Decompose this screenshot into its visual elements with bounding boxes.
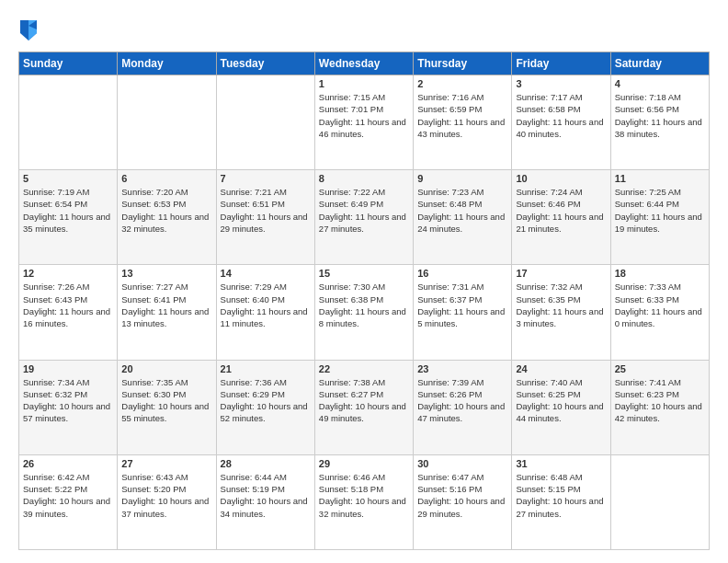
day-number: 30 xyxy=(417,458,507,469)
day-info: Sunrise: 6:46 AMSunset: 5:18 PMDaylight:… xyxy=(319,471,409,520)
calendar-day-22: 22Sunrise: 7:38 AMSunset: 6:27 PMDayligh… xyxy=(314,360,413,454)
day-header-tuesday: Tuesday xyxy=(216,52,314,75)
day-info: Sunrise: 7:20 AMSunset: 6:53 PMDaylight:… xyxy=(121,186,211,235)
day-info: Sunrise: 7:19 AMSunset: 6:54 PMDaylight:… xyxy=(23,186,113,235)
day-number: 19 xyxy=(23,363,113,374)
day-info: Sunrise: 7:35 AMSunset: 6:30 PMDaylight:… xyxy=(121,376,211,425)
day-info: Sunrise: 7:27 AMSunset: 6:41 PMDaylight:… xyxy=(121,281,211,329)
calendar-day-20: 20Sunrise: 7:35 AMSunset: 6:30 PMDayligh… xyxy=(118,360,216,454)
day-number: 4 xyxy=(615,78,705,89)
day-number: 1 xyxy=(319,78,409,89)
day-info: Sunrise: 7:38 AMSunset: 6:27 PMDaylight:… xyxy=(319,376,409,425)
day-info: Sunrise: 7:34 AMSunset: 6:32 PMDaylight:… xyxy=(23,376,113,425)
day-info: Sunrise: 7:16 AMSunset: 6:59 PMDaylight:… xyxy=(417,91,507,140)
header xyxy=(18,17,710,42)
day-info: Sunrise: 7:29 AMSunset: 6:40 PMDaylight:… xyxy=(221,281,311,329)
calendar-day-25: 25Sunrise: 7:41 AMSunset: 6:23 PMDayligh… xyxy=(610,360,709,454)
day-number: 28 xyxy=(221,458,311,469)
day-info: Sunrise: 7:30 AMSunset: 6:38 PMDaylight:… xyxy=(319,281,409,329)
calendar-day-5: 5Sunrise: 7:19 AMSunset: 6:54 PMDaylight… xyxy=(19,170,118,265)
day-info: Sunrise: 6:42 AMSunset: 5:22 PMDaylight:… xyxy=(23,471,113,520)
day-info: Sunrise: 6:48 AMSunset: 5:15 PMDaylight:… xyxy=(516,471,606,520)
calendar-week-5: 26Sunrise: 6:42 AMSunset: 5:22 PMDayligh… xyxy=(19,454,710,549)
logo xyxy=(18,17,40,42)
calendar-day-24: 24Sunrise: 7:40 AMSunset: 6:25 PMDayligh… xyxy=(512,360,610,454)
calendar-day-3: 3Sunrise: 7:17 AMSunset: 6:58 PMDaylight… xyxy=(512,75,610,170)
day-number: 5 xyxy=(23,173,113,184)
calendar-day-27: 27Sunrise: 6:43 AMSunset: 5:20 PMDayligh… xyxy=(118,454,216,549)
day-number: 20 xyxy=(121,363,211,374)
day-number: 3 xyxy=(516,78,606,89)
day-info: Sunrise: 7:32 AMSunset: 6:35 PMDaylight:… xyxy=(516,281,606,329)
calendar-header-row: SundayMondayTuesdayWednesdayThursdayFrid… xyxy=(19,52,710,75)
calendar-week-4: 19Sunrise: 7:34 AMSunset: 6:32 PMDayligh… xyxy=(19,360,710,454)
day-info: Sunrise: 7:22 AMSunset: 6:49 PMDaylight:… xyxy=(319,186,409,235)
calendar-day-31: 31Sunrise: 6:48 AMSunset: 5:15 PMDayligh… xyxy=(512,454,610,549)
calendar-day-30: 30Sunrise: 6:47 AMSunset: 5:16 PMDayligh… xyxy=(414,454,512,549)
day-number: 8 xyxy=(319,173,409,184)
day-number: 14 xyxy=(221,268,311,279)
day-number: 24 xyxy=(516,363,606,374)
day-number: 18 xyxy=(615,268,705,279)
day-info: Sunrise: 6:43 AMSunset: 5:20 PMDaylight:… xyxy=(121,471,211,520)
calendar-day-28: 28Sunrise: 6:44 AMSunset: 5:19 PMDayligh… xyxy=(216,454,314,549)
day-header-wednesday: Wednesday xyxy=(314,52,413,75)
calendar-day-empty xyxy=(118,75,216,170)
calendar-day-19: 19Sunrise: 7:34 AMSunset: 6:32 PMDayligh… xyxy=(19,360,118,454)
day-number: 9 xyxy=(417,173,507,184)
calendar-day-12: 12Sunrise: 7:26 AMSunset: 6:43 PMDayligh… xyxy=(19,265,118,360)
calendar-day-26: 26Sunrise: 6:42 AMSunset: 5:22 PMDayligh… xyxy=(19,454,118,549)
day-info: Sunrise: 7:41 AMSunset: 6:23 PMDaylight:… xyxy=(615,376,705,425)
calendar-day-empty xyxy=(216,75,314,170)
day-info: Sunrise: 7:25 AMSunset: 6:44 PMDaylight:… xyxy=(615,186,705,235)
calendar-day-21: 21Sunrise: 7:36 AMSunset: 6:29 PMDayligh… xyxy=(216,360,314,454)
logo-icon xyxy=(18,17,39,42)
day-number: 13 xyxy=(121,268,211,279)
calendar-day-9: 9Sunrise: 7:23 AMSunset: 6:48 PMDaylight… xyxy=(414,170,512,265)
day-header-friday: Friday xyxy=(512,52,610,75)
day-header-saturday: Saturday xyxy=(610,52,709,75)
calendar-day-4: 4Sunrise: 7:18 AMSunset: 6:56 PMDaylight… xyxy=(610,75,709,170)
day-info: Sunrise: 7:33 AMSunset: 6:33 PMDaylight:… xyxy=(615,281,705,329)
day-info: Sunrise: 6:47 AMSunset: 5:16 PMDaylight:… xyxy=(417,471,507,520)
day-number: 31 xyxy=(516,458,606,469)
day-info: Sunrise: 7:15 AMSunset: 7:01 PMDaylight:… xyxy=(319,91,409,140)
day-number: 17 xyxy=(516,268,606,279)
day-number: 2 xyxy=(417,78,507,89)
day-number: 27 xyxy=(121,458,211,469)
day-number: 11 xyxy=(615,173,705,184)
day-info: Sunrise: 7:23 AMSunset: 6:48 PMDaylight:… xyxy=(417,186,507,235)
calendar-day-7: 7Sunrise: 7:21 AMSunset: 6:51 PMDaylight… xyxy=(216,170,314,265)
calendar-day-14: 14Sunrise: 7:29 AMSunset: 6:40 PMDayligh… xyxy=(216,265,314,360)
day-header-thursday: Thursday xyxy=(414,52,512,75)
day-number: 16 xyxy=(417,268,507,279)
day-number: 12 xyxy=(23,268,113,279)
day-number: 29 xyxy=(319,458,409,469)
calendar-day-17: 17Sunrise: 7:32 AMSunset: 6:35 PMDayligh… xyxy=(512,265,610,360)
day-number: 15 xyxy=(319,268,409,279)
calendar-day-empty xyxy=(19,75,118,170)
calendar-day-16: 16Sunrise: 7:31 AMSunset: 6:37 PMDayligh… xyxy=(414,265,512,360)
calendar-day-23: 23Sunrise: 7:39 AMSunset: 6:26 PMDayligh… xyxy=(414,360,512,454)
day-info: Sunrise: 7:21 AMSunset: 6:51 PMDaylight:… xyxy=(221,186,311,235)
day-header-sunday: Sunday xyxy=(19,52,118,75)
day-info: Sunrise: 7:40 AMSunset: 6:25 PMDaylight:… xyxy=(516,376,606,425)
calendar-week-3: 12Sunrise: 7:26 AMSunset: 6:43 PMDayligh… xyxy=(19,265,710,360)
calendar-day-8: 8Sunrise: 7:22 AMSunset: 6:49 PMDaylight… xyxy=(314,170,413,265)
day-info: Sunrise: 7:18 AMSunset: 6:56 PMDaylight:… xyxy=(615,91,705,140)
day-number: 26 xyxy=(23,458,113,469)
calendar-day-13: 13Sunrise: 7:27 AMSunset: 6:41 PMDayligh… xyxy=(118,265,216,360)
day-number: 21 xyxy=(221,363,311,374)
day-number: 22 xyxy=(319,363,409,374)
calendar-day-1: 1Sunrise: 7:15 AMSunset: 7:01 PMDaylight… xyxy=(314,75,413,170)
day-number: 6 xyxy=(121,173,211,184)
day-info: Sunrise: 6:44 AMSunset: 5:19 PMDaylight:… xyxy=(221,471,311,520)
day-info: Sunrise: 7:17 AMSunset: 6:58 PMDaylight:… xyxy=(516,91,606,140)
calendar-day-2: 2Sunrise: 7:16 AMSunset: 6:59 PMDaylight… xyxy=(414,75,512,170)
day-info: Sunrise: 7:36 AMSunset: 6:29 PMDaylight:… xyxy=(221,376,311,425)
day-number: 23 xyxy=(417,363,507,374)
day-info: Sunrise: 7:26 AMSunset: 6:43 PMDaylight:… xyxy=(23,281,113,329)
day-number: 7 xyxy=(221,173,311,184)
calendar-week-1: 1Sunrise: 7:15 AMSunset: 7:01 PMDaylight… xyxy=(19,75,710,170)
calendar-day-empty xyxy=(610,454,709,549)
